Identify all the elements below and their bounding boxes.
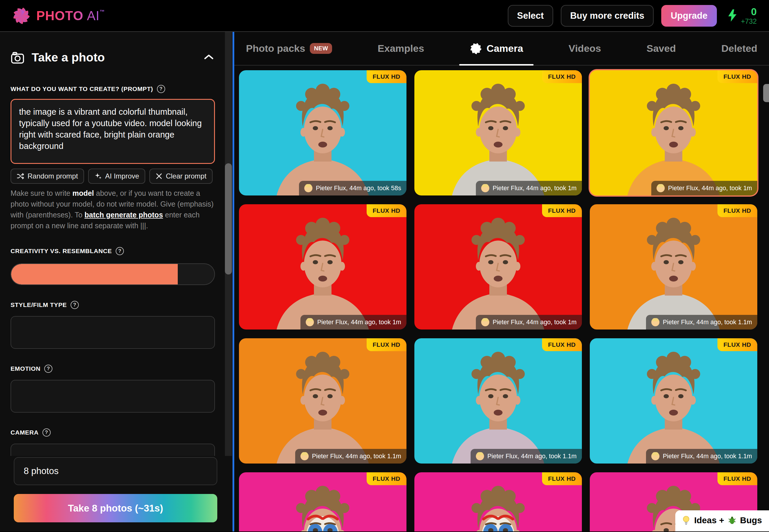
blond-person-emoji — [304, 184, 312, 192]
photo-card[interactable]: FLUX HD Pieter Flux, 44m ago, took 1.1m — [415, 338, 582, 464]
photo-card[interactable]: FLUX HD Pieter Flux, 44m ago, took 1.1m — [239, 338, 407, 464]
buy-more-credits-button[interactable]: Buy more credits — [561, 5, 654, 27]
credits-count: 0 — [751, 6, 757, 18]
photo-card[interactable]: FLUX HD Pieter Flux, 44m ago, took 1.1m — [590, 204, 757, 330]
portrait-photo — [415, 70, 582, 195]
sidebar: Take a photo WHAT DO YOU WANT TO CREATE?… — [0, 32, 232, 531]
bugs-label: Bugs — [740, 515, 762, 525]
portrait-photo — [239, 70, 407, 195]
portrait-photo — [590, 204, 757, 330]
flux-hd-badge: FLUX HD — [542, 338, 582, 351]
portrait-photo — [590, 70, 757, 195]
photo-count-value: 8 photos — [24, 466, 59, 476]
tab-photo-packs[interactable]: Photo packs NEW — [242, 32, 335, 65]
photo-caption: Pieter Flux, 44m ago, took 1m — [476, 181, 582, 195]
ai-improve-label: AI Improve — [105, 172, 139, 180]
sidebar-footer: 8 photos Take 8 photos (~31s) — [0, 456, 232, 531]
style-film-type-label: STYLE/FILM TYPE — [11, 301, 67, 308]
clear-prompt-label: Clear prompt — [166, 172, 206, 180]
photo-caption: Pieter Flux, 44m ago, took 1.1m — [646, 315, 757, 330]
flux-hd-badge: FLUX HD — [542, 70, 582, 83]
style-film-type-input[interactable] — [11, 316, 215, 349]
batch-generate-photos-link[interactable]: batch generate photos — [84, 211, 163, 219]
tab-saved[interactable]: Saved — [643, 32, 679, 65]
blond-person-emoji — [300, 452, 309, 460]
prompt-textarea[interactable] — [11, 99, 215, 164]
help-question-icon[interactable] — [44, 365, 52, 373]
help-question-icon[interactable] — [42, 428, 51, 437]
tab-videos[interactable]: Videos — [565, 32, 605, 65]
photo-card[interactable]: FLUX HD — [239, 472, 407, 531]
ideas-bugs-button[interactable]: Ideas + Bugs — [675, 510, 769, 531]
help-question-icon[interactable] — [71, 301, 79, 309]
blond-person-emoji — [651, 452, 660, 460]
photo-card[interactable]: FLUX HD Pieter Flux, 44m ago, took 1m — [415, 70, 582, 195]
photo-count-select[interactable]: 8 photos — [14, 457, 217, 485]
style-label-row: STYLE/FILM TYPE — [11, 301, 215, 309]
credits-counter[interactable]: 0 +732 — [726, 6, 757, 25]
collapse-panel-button[interactable] — [203, 53, 215, 62]
take-photos-button[interactable]: Take 8 photos (~31s) — [14, 494, 217, 522]
tab-label: Deleted — [721, 43, 757, 54]
flux-hd-badge: FLUX HD — [717, 70, 758, 83]
logo-text: PHOTO AI ™ — [36, 8, 105, 23]
flux-hd-badge: FLUX HD — [717, 204, 758, 217]
tab-examples[interactable]: Examples — [374, 32, 428, 65]
help-question-icon[interactable] — [157, 85, 165, 93]
emotion-input[interactable] — [11, 380, 215, 413]
photo-card[interactable]: FLUX HD Pieter Flux, 44m ago, took 1.1m — [590, 338, 757, 464]
panel-header: Take a photo — [11, 51, 215, 64]
select-button[interactable]: Select — [508, 5, 553, 27]
tab-deleted[interactable]: Deleted — [718, 32, 761, 65]
photo-caption-text: Pieter Flux, 44m ago, took 1m — [317, 319, 401, 326]
blond-person-emoji — [481, 318, 489, 326]
tab-camera[interactable]: Camera — [466, 32, 527, 65]
flux-hd-badge: FLUX HD — [366, 472, 407, 485]
beetle-emoji — [728, 516, 737, 525]
upgrade-button[interactable]: Upgrade — [661, 5, 717, 27]
camera-label-row: CAMERA — [11, 428, 215, 437]
prompt-action-buttons: Random prompt AI Improve Clear prompt — [11, 169, 215, 184]
emotion-label-row: EMOTION — [11, 365, 215, 373]
photo-card[interactable]: FLUX HD Pieter Flux, 44m ago, took 58s — [239, 70, 407, 195]
prompt-help-text: Make sure to write model above, or if yo… — [11, 188, 215, 231]
blond-person-emoji — [481, 184, 489, 192]
portrait-photo — [239, 338, 407, 464]
random-prompt-button[interactable]: Random prompt — [11, 169, 84, 184]
logo-word-photo: PHOTO — [36, 8, 83, 23]
logo[interactable]: PHOTO AI ™ — [12, 7, 105, 25]
blond-person-emoji — [651, 318, 660, 326]
new-badge: NEW — [310, 43, 332, 54]
photo-grid: FLUX HD Pieter Flux, 44m ago, took 58s — [234, 66, 769, 531]
photo-caption-text: Pieter Flux, 44m ago, took 1m — [493, 185, 577, 192]
main-content: Photo packs NEW Examples Camera Videos S… — [234, 32, 769, 531]
lightning-bolt-icon — [726, 9, 739, 22]
header: PHOTO AI ™ Select Buy more credits Upgra… — [0, 0, 769, 32]
photo-card[interactable]: FLUX HD Pieter Flux, 44m ago, took 1m — [415, 204, 582, 330]
photo-card[interactable]: FLUX HD Pieter Flux, 44m ago, took 1m — [239, 204, 407, 330]
main-scrollbar-thumb[interactable] — [763, 84, 769, 102]
photo-caption: Pieter Flux, 44m ago, took 1.1m — [295, 449, 407, 464]
photo-caption: Pieter Flux, 44m ago, took 1.1m — [646, 449, 757, 464]
sparkles-icon — [94, 172, 102, 180]
help-question-icon[interactable] — [116, 247, 124, 255]
flux-hd-badge: FLUX HD — [717, 338, 758, 351]
ai-improve-button[interactable]: AI Improve — [88, 169, 145, 184]
portrait-photo — [415, 204, 582, 330]
blond-person-emoji — [306, 318, 314, 326]
clear-prompt-button[interactable]: Clear prompt — [149, 169, 213, 184]
creativity-slider[interactable] — [11, 263, 215, 285]
tab-label: Videos — [569, 43, 601, 54]
photo-caption: Pieter Flux, 44m ago, took 1m — [651, 181, 757, 195]
photo-caption-text: Pieter Flux, 44m ago, took 58s — [316, 185, 401, 192]
photo-card[interactable]: FLUX HD — [415, 472, 582, 531]
sidebar-scrollbar-thumb[interactable] — [225, 163, 232, 274]
flux-hd-badge: FLUX HD — [717, 472, 758, 485]
chevron-up-icon — [204, 54, 214, 60]
portrait-photo — [590, 338, 757, 464]
camera-icon — [11, 51, 25, 64]
logo-trademark: ™ — [100, 9, 105, 15]
photo-caption-text: Pieter Flux, 44m ago, took 1m — [668, 185, 752, 192]
photo-ai-shutter-logo-icon — [12, 7, 30, 25]
photo-card[interactable]: FLUX HD Pieter Flux, 44m ago, took 1m — [590, 70, 757, 195]
